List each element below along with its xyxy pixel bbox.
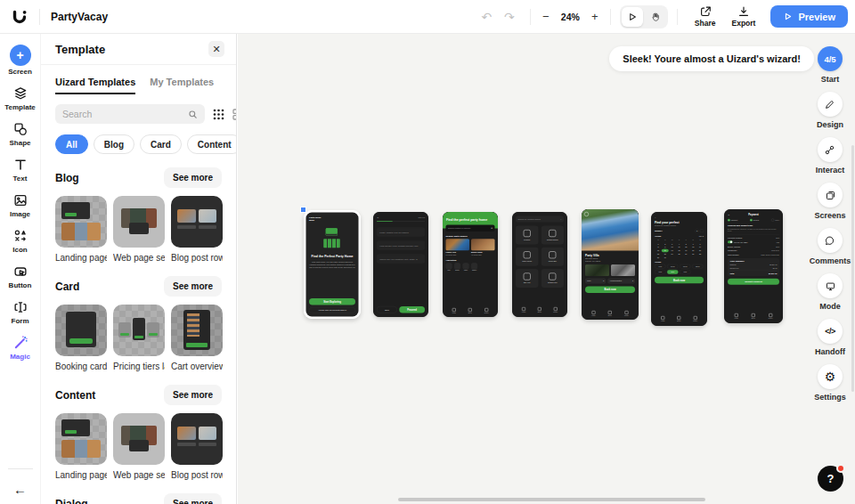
toolbar-item-screen[interactable]: + Screen xyxy=(0,45,40,76)
filter-chip-blog[interactable]: Blog xyxy=(94,134,134,154)
search-input[interactable] xyxy=(62,109,183,119)
mock-category-tile: Bar Area xyxy=(516,269,538,288)
mock-day-header: M xyxy=(655,239,662,240)
rail-item-settings[interactable]: ⚙ Settings xyxy=(814,364,846,402)
left-toolbar: + Screen Template Shape Text Image Icon … xyxy=(0,34,40,504)
share-button[interactable]: Share xyxy=(695,5,716,28)
plus-icon: + xyxy=(491,227,493,231)
mock-category-tile: Outdoor Grill xyxy=(542,269,564,288)
template-thumbnail xyxy=(113,196,165,248)
preview-button[interactable]: Preview xyxy=(770,5,848,28)
horizontal-scrollbar[interactable] xyxy=(398,498,705,501)
project-title[interactable]: PartyVacay xyxy=(51,11,108,23)
see-more-button[interactable]: See more xyxy=(164,167,222,188)
mock-time-chip: 1:00 xyxy=(655,270,666,274)
see-more-button[interactable]: See more xyxy=(164,276,222,297)
selection-handle[interactable] xyxy=(300,207,306,213)
calendar-icon xyxy=(700,230,704,233)
template-item[interactable]: Blog post row xyxy=(171,413,223,480)
template-item[interactable]: Web page sec... xyxy=(113,413,165,480)
filter-chip-all[interactable]: All xyxy=(55,134,88,154)
select-mode-icon[interactable] xyxy=(622,7,643,27)
template-item[interactable]: Blog post row xyxy=(171,196,223,263)
mock-nav-item: Book xyxy=(752,313,755,320)
rail-item-handoff[interactable]: </> Handoff xyxy=(815,319,845,356)
see-more-button[interactable]: See more xyxy=(164,493,222,504)
toolbar-item-magic[interactable]: Magic xyxy=(0,335,40,361)
canvas-screen-onboarding[interactable]: ← Step 1/3 Firstly, what's your full nam… xyxy=(373,212,428,317)
glyphs-icon xyxy=(12,228,28,244)
mock-nav-item: Profile xyxy=(693,316,697,322)
canvas-screen-listing[interactable]: Party Villa 123 Main Street Cancun, MX 1… xyxy=(582,209,639,320)
collapse-back-button[interactable]: ← xyxy=(13,482,27,497)
canvas-screen-booking[interactable]: ← Find your perfect Search for vacation … xyxy=(651,212,707,326)
search-box xyxy=(55,104,205,124)
tab-my-templates[interactable]: My Templates xyxy=(150,77,214,94)
toolbar-item-template[interactable]: Template xyxy=(0,85,40,111)
search-icon: ⌕ xyxy=(560,218,561,221)
template-item[interactable]: Cart overview ... xyxy=(171,305,223,371)
toolbar-item-image[interactable]: Image xyxy=(0,192,40,218)
template-panel: Template ✕ Uizard Templates My Templates… xyxy=(40,34,237,504)
mock-calendar-day: 28 xyxy=(696,252,704,256)
uizard-logo-icon[interactable] xyxy=(11,8,28,26)
divider xyxy=(677,9,678,25)
mock-category-tile: Outdoor Dining xyxy=(542,226,564,245)
toolbar-item-icon[interactable]: Icon xyxy=(0,228,40,254)
rail-item-comments[interactable]: Comments xyxy=(810,228,851,265)
canvas-screen-payment[interactable]: ← Payment Payment Review Order Confirm a… xyxy=(724,209,783,323)
toolbar-item-form[interactable]: Form xyxy=(0,299,40,325)
mock-input: Firstly, what's your full name? xyxy=(377,228,425,237)
plus-icon: + xyxy=(10,45,31,66)
template-item[interactable]: Landing page ... xyxy=(55,196,107,263)
filter-chip-content[interactable]: Content xyxy=(187,134,236,154)
search-icon xyxy=(188,110,198,119)
canvas-screen-welcome[interactable]: PartyVacay Mind Find the Perfect Party H… xyxy=(304,210,361,319)
hand-mode-icon[interactable] xyxy=(645,7,666,27)
help-button[interactable]: ? xyxy=(818,466,843,492)
rail-item-screens[interactable]: Screens xyxy=(814,183,845,220)
canvas-screen-categories[interactable]: Search for vacation homes ⌕ PoolsideOutd… xyxy=(512,212,567,317)
notification-dot xyxy=(836,464,845,473)
mock-day-header: T xyxy=(662,239,669,240)
vertical-scrollbar[interactable] xyxy=(851,145,854,392)
canvas-screen-home[interactable]: Find the perfect party home Search locat… xyxy=(443,212,498,317)
back-icon: ← xyxy=(377,216,379,219)
template-section-dialog: Dialog See more xyxy=(55,493,222,504)
zoom-out-button[interactable]: − xyxy=(540,10,552,23)
rail-item-mode[interactable]: Mode xyxy=(818,273,843,311)
redo-icon[interactable]: ↷ xyxy=(498,10,521,24)
dense-grid-view-icon[interactable] xyxy=(213,109,224,120)
mock-nav-item: Home xyxy=(522,307,526,313)
toolbar-item-shape[interactable]: Shape xyxy=(0,121,40,147)
filter-chip-card[interactable]: Card xyxy=(140,134,182,154)
see-more-button[interactable]: See more xyxy=(164,385,222,405)
tab-uizard-templates[interactable]: Uizard Templates xyxy=(55,77,135,94)
mock-nav-item: Profile xyxy=(624,311,629,317)
toolbar-item-button[interactable]: Button xyxy=(0,264,40,289)
rail-item-design[interactable]: Design xyxy=(817,92,843,129)
mock-time-chip: 2:00 xyxy=(667,270,679,274)
zoom-level[interactable]: 24% xyxy=(561,12,580,22)
mock-calendar-day: 25 xyxy=(676,252,683,256)
rail-item-interact[interactable]: Interact xyxy=(816,137,845,175)
rail-item-start[interactable]: 4/5 Start xyxy=(818,46,843,84)
toolbar-item-text[interactable]: Text xyxy=(0,157,40,183)
design-canvas[interactable]: Sleek! Youre almost a Uizard's wizard! P… xyxy=(238,34,855,504)
undo-icon[interactable]: ↶ xyxy=(475,10,498,24)
template-item[interactable]: Booking card xyxy=(55,305,107,371)
mock-category-tile: Poolside xyxy=(516,226,538,245)
mock-button: Book now xyxy=(655,277,704,284)
export-button[interactable]: Export xyxy=(731,5,755,28)
large-grid-view-icon[interactable] xyxy=(232,109,237,120)
mock-listing-card: Beach House 4.5 meters away xyxy=(471,239,495,256)
uizard-editor: PartyVacay ↶ ↷ − 24% + xyxy=(0,0,855,504)
section-title: Dialog xyxy=(55,498,88,504)
zoom-in-button[interactable]: + xyxy=(589,10,601,23)
close-icon[interactable]: ✕ xyxy=(208,41,224,57)
gear-icon: ⚙ xyxy=(825,370,836,383)
template-item[interactable]: Pricing tiers la... xyxy=(113,305,165,371)
template-item[interactable]: Landing page ... xyxy=(55,413,107,480)
template-item[interactable]: Web page sec... xyxy=(113,196,165,263)
mock-day-header: T xyxy=(676,239,683,240)
